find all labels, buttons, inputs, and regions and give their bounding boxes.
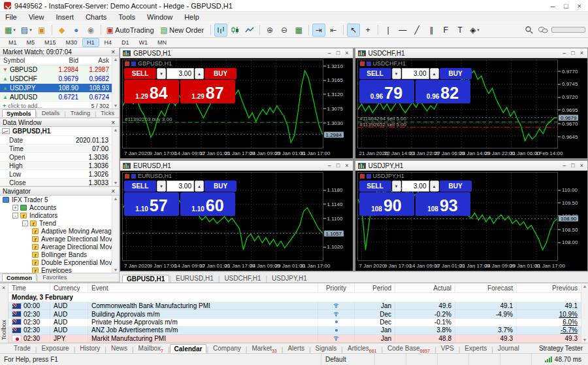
buy-price-display[interactable]: 10893 xyxy=(416,192,470,216)
navigator-item[interactable]: f Adaptive Moving Average xyxy=(0,227,112,235)
navigator-item[interactable]: f Envelopes xyxy=(0,266,112,273)
market-watch-close-icon[interactable]: × xyxy=(110,48,116,56)
horizontal-line-icon[interactable]: — xyxy=(396,24,409,37)
tree-expand-icon[interactable]: - xyxy=(12,213,18,218)
toolbox-window-icon[interactable]: ▣ xyxy=(35,24,48,37)
window-maximize-button[interactable]: □ xyxy=(564,2,568,10)
navigator-close-icon[interactable]: × xyxy=(110,188,116,195)
menu-view[interactable]: View xyxy=(29,13,44,21)
buy-button[interactable]: BUY xyxy=(440,68,472,79)
volume-input[interactable] xyxy=(402,68,429,79)
chart-window-titlebar[interactable]: USDJPY,H1 – □ × xyxy=(355,161,588,171)
timeframe-mn[interactable]: MN xyxy=(153,38,171,47)
sell-price-display[interactable]: 0.9679 xyxy=(359,80,414,103)
buy-price-display[interactable]: 1.1060 xyxy=(180,192,235,216)
toolbox-tab-calendar[interactable]: Calendar xyxy=(170,344,207,353)
add-symbol-row[interactable]: + click to add... 5 / 302 xyxy=(0,102,112,109)
window-minimize-button[interactable]: – xyxy=(551,2,555,10)
chart-minimize-button[interactable]: – xyxy=(563,162,566,169)
sell-price-display[interactable]: 1.1057 xyxy=(124,192,179,216)
symbol-row-usdjpy[interactable]: ▲USDJPY 108.90 108.93 xyxy=(0,84,112,93)
cursor-icon[interactable]: ↖ xyxy=(347,24,360,37)
tree-expand-icon[interactable]: - xyxy=(22,220,28,226)
toolbox-tab-journal[interactable]: Journal xyxy=(493,344,524,353)
timeframe-w1[interactable]: W1 xyxy=(135,38,153,47)
toolbox-tab-articles[interactable]: Articles661 xyxy=(343,344,381,353)
auto-scroll-icon[interactable]: ⇥ xyxy=(312,24,325,37)
chart-minimize-button[interactable]: – xyxy=(563,50,566,56)
autotrading-button[interactable]: ▣AutoTrading xyxy=(105,24,157,37)
toolbox-tab-news[interactable]: News xyxy=(106,344,132,353)
data-window-scrollbar[interactable]: ▲▼ xyxy=(112,127,119,186)
tree-expand-icon[interactable]: + xyxy=(12,205,18,211)
menu-file[interactable]: File xyxy=(5,13,17,21)
timeframe-m5[interactable]: M5 xyxy=(22,38,40,47)
navigator-item[interactable]: f Average Directional Movement xyxy=(0,235,112,243)
dropdown-arrow-icon[interactable]: ▾ xyxy=(29,27,32,33)
toolbox-tab-alerts[interactable]: Alerts xyxy=(283,344,309,353)
buy-button[interactable]: BUY xyxy=(204,181,237,192)
chart-window-titlebar[interactable]: EURUSD,H1 – □ × xyxy=(120,161,353,171)
menu-tools[interactable]: Tools xyxy=(118,13,135,21)
chart-maximize-button[interactable]: □ xyxy=(571,162,574,169)
sell-button[interactable]: SELL xyxy=(124,181,156,192)
text-label-icon[interactable]: T xyxy=(453,24,466,37)
volume-decrease-button[interactable]: ▾ xyxy=(392,181,401,192)
market-watch-tab-ticks[interactable]: Ticks xyxy=(96,109,119,117)
dropdown-arrow-icon[interactable]: ▾ xyxy=(13,27,16,33)
navigator-item[interactable]: -f Indicators xyxy=(0,211,112,219)
chart-tab-gbpusd,h1[interactable]: GBPUSD,H1 xyxy=(122,275,169,283)
toolbox-tab-trade[interactable]: Trade xyxy=(9,344,35,353)
calendar-scrollbar[interactable]: ▲▼ xyxy=(581,283,588,343)
toolbox-vertical-label[interactable]: Toolbox xyxy=(1,320,7,340)
menu-insert[interactable]: Insert xyxy=(56,13,74,21)
scroll-up-icon[interactable]: ▲ xyxy=(114,128,118,132)
timeframe-m15[interactable]: M15 xyxy=(40,38,61,47)
sell-button[interactable]: SELL xyxy=(124,68,156,79)
symbol-row-audusd[interactable]: ▲AUDUSD 0.6721 0.6724 xyxy=(0,93,112,102)
trendline-icon[interactable]: ╱ xyxy=(410,24,423,37)
sell-button[interactable]: SELL xyxy=(359,181,391,192)
sell-price-display[interactable]: 10890 xyxy=(359,192,414,216)
volume-decrease-button[interactable]: ▾ xyxy=(157,68,166,79)
timeframe-d1[interactable]: D1 xyxy=(117,38,134,47)
calendar-event-row[interactable]: 02:30 AUD Building Approvals m/m Dec -0.… xyxy=(8,310,581,318)
sell-price-display[interactable]: 1.2984 xyxy=(124,80,179,103)
volume-increase-button[interactable]: ▴ xyxy=(195,68,204,79)
chart-maximize-button[interactable]: □ xyxy=(336,50,340,56)
volume-increase-button[interactable]: ▴ xyxy=(430,68,439,79)
chart-tab-usdjpy,h1[interactable]: USDJPY,H1 xyxy=(267,275,312,283)
chart-window-titlebar[interactable]: USDCHF,H1 – □ × xyxy=(355,48,588,58)
toolbox-tab-mailbox[interactable]: Mailbox7 xyxy=(134,344,168,353)
buy-button[interactable]: BUY xyxy=(440,181,472,192)
volume-increase-button[interactable]: ▴ xyxy=(430,181,439,192)
calendar-event-row[interactable]: 02:30 JPY Markit Manufacturing PMI Jan 4… xyxy=(8,335,581,343)
chart-minimize-button[interactable]: – xyxy=(328,162,331,169)
market-watch-tab-symbols[interactable]: Symbols xyxy=(2,109,36,117)
toolbox-tab-market[interactable]: Market33 xyxy=(247,344,281,353)
navigator-item[interactable]: f Bollinger Bands xyxy=(0,251,112,258)
calendar-event-row[interactable]: 00:00 AUD Commonwealth Bank Manufacturin… xyxy=(8,302,581,310)
navigator-scrollbar[interactable]: ▲▼ xyxy=(112,196,119,273)
chart-window-titlebar[interactable]: GBPUSD,H1 – □ × xyxy=(120,48,353,58)
navigator-tab-common[interactable]: Common xyxy=(2,273,37,281)
timeframe-h4[interactable]: H4 xyxy=(100,38,117,47)
calendar-event-row[interactable]: 02:30 AUD Private House Approvals m/m De… xyxy=(8,319,581,326)
chart-canvas[interactable]: 1.11801.11401.11001.1020 1.1057 7 Jan 20… xyxy=(120,171,353,271)
fibonacci-icon[interactable]: F xyxy=(439,24,452,37)
toolbox-tab-history[interactable]: History xyxy=(75,344,105,353)
chart-close-button[interactable]: × xyxy=(580,50,583,56)
vertical-line-icon[interactable]: | xyxy=(382,24,395,37)
volume-increase-button[interactable]: ▴ xyxy=(195,181,204,192)
chart-close-button[interactable]: × xyxy=(345,162,348,169)
timeframe-m30[interactable]: M30 xyxy=(61,38,82,47)
zoom-out-icon[interactable]: ⊖ xyxy=(278,24,291,37)
new-order-button[interactable]: ▤New Order xyxy=(159,24,208,37)
symbol-row-usdchf[interactable]: ▲USDCHF 0.9679 0.9682 xyxy=(0,75,112,84)
buy-price-display[interactable]: 1.2987 xyxy=(180,80,235,103)
scroll-down-icon[interactable]: ▼ xyxy=(114,181,118,185)
navigator-item[interactable]: f Average Directional Movement xyxy=(0,243,112,251)
candlestick-chart-icon[interactable] xyxy=(229,24,242,37)
navigator-item[interactable]: -f Trend xyxy=(0,219,112,227)
calendar-column-header[interactable]: TimeCurrencyEventPriorityPeriodActualFor… xyxy=(8,283,581,293)
